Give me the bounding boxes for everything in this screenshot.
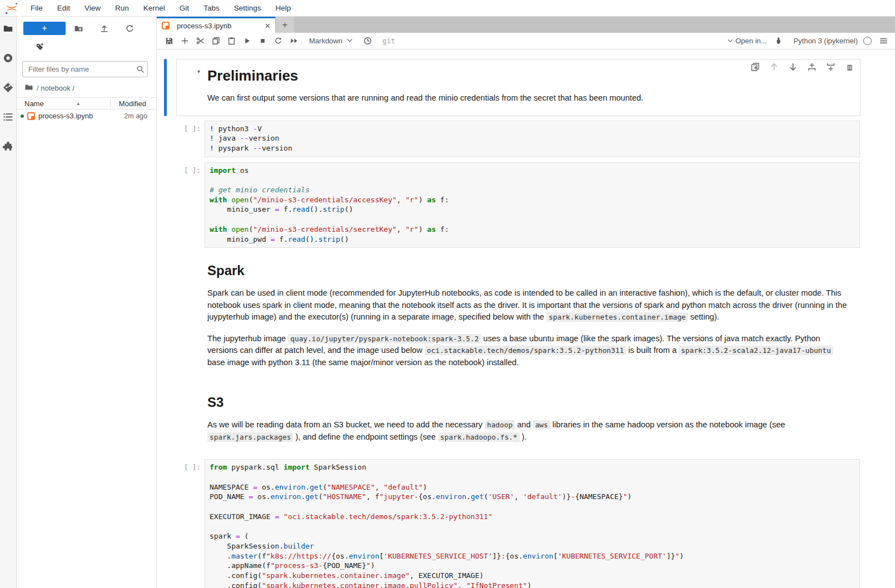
table-of-contents-icon[interactable] <box>3 112 14 123</box>
stop-icon[interactable] <box>255 34 270 48</box>
save-icon[interactable] <box>161 34 177 48</box>
file-name: process-s3.ipynb <box>38 112 113 120</box>
run-icon[interactable] <box>239 34 255 48</box>
breadcrumb[interactable]: / notebook / <box>17 79 156 97</box>
code-line: with open("/minio-s3-credentials/accessK… <box>210 195 855 205</box>
bug-icon[interactable] <box>772 34 784 48</box>
move-down-icon[interactable] <box>788 62 798 72</box>
column-header-modified[interactable]: Modified <box>111 99 156 108</box>
folder-icon[interactable] <box>3 23 14 34</box>
breadcrumb-path[interactable]: / notebook / <box>37 84 74 92</box>
markdown-paragraph: As we will be reading data from an S3 bu… <box>207 419 852 443</box>
running-sessions-icon[interactable] <box>3 53 14 64</box>
insert-above-icon[interactable] <box>807 62 817 72</box>
new-tab-button[interactable]: + <box>275 17 294 33</box>
cell-selection-bar <box>164 252 167 380</box>
cell-selection-bar <box>164 59 167 116</box>
delete-cell-icon[interactable] <box>845 62 854 72</box>
markdown-cell[interactable]: ▾PreliminariesWe can first output some v… <box>164 59 861 116</box>
code-cell[interactable]: [ ]:from pyspark.sql import SparkSession… <box>164 459 861 588</box>
add-cell-icon[interactable] <box>177 34 192 48</box>
menu-item-view[interactable]: View <box>77 0 108 17</box>
tag-plus-icon[interactable] <box>36 43 44 53</box>
notebook-icon <box>27 112 35 120</box>
notebook-area: ▾PreliminariesWe can first output some v… <box>157 49 895 588</box>
clock-icon[interactable] <box>360 34 376 48</box>
code-line: .appName(f"process-s3-{POD_NAME}") <box>210 561 855 571</box>
move-up-icon[interactable] <box>769 62 779 72</box>
code-line: EXECUTOR_IMAGE = "oci.stackable.tech/dem… <box>210 512 855 522</box>
menu-item-settings[interactable]: Settings <box>227 0 268 17</box>
menu-item-help[interactable]: Help <box>268 0 298 17</box>
code-editor[interactable]: from pyspark.sql import SparkSession NAM… <box>205 459 860 588</box>
code-line <box>210 502 855 512</box>
cut-icon[interactable] <box>192 34 208 48</box>
insert-below-icon[interactable] <box>826 62 836 72</box>
hamburger-icon[interactable] <box>877 34 889 48</box>
menu-item-run[interactable]: Run <box>108 0 136 17</box>
markdown-paragraph: The jupyterhub image quay.io/jupyter/pys… <box>207 333 852 369</box>
kernel-name[interactable]: Python 3 (ipykernel) <box>793 37 858 45</box>
filter-files-input[interactable] <box>22 61 148 77</box>
code-line: POD_NAME = os.environ.get("HOSTNAME", f"… <box>210 492 855 502</box>
run-all-icon[interactable] <box>286 34 301 48</box>
code-line: NAMESPACE = os.environ.get("NAMESPACE", … <box>210 482 855 492</box>
jupyter-logo <box>4 2 19 15</box>
close-icon[interactable]: ✕ <box>265 22 271 30</box>
cell-toolbar <box>750 62 854 72</box>
column-header-name[interactable]: Name ▲ <box>17 99 110 108</box>
git-icon[interactable] <box>3 82 14 93</box>
paste-icon[interactable] <box>223 34 239 48</box>
inline-code: spark.jars.packages <box>207 432 293 442</box>
menu-item-kernel[interactable]: Kernel <box>136 0 172 17</box>
code-line: # get minio credentials <box>210 185 855 195</box>
cell-gutter: [ ]: <box>177 121 205 157</box>
code-cell[interactable]: [ ]:import os # get minio credentialswit… <box>164 162 861 249</box>
file-modified: 2m ago <box>113 112 156 120</box>
copy-icon[interactable] <box>208 34 223 48</box>
open-in-dropdown[interactable]: Open in... <box>728 37 767 45</box>
file-browser-panel: + / notebook / Name ▲ Modified process-s… <box>17 17 157 588</box>
code-line: with open("/minio-s3-credentials/secretK… <box>210 225 855 235</box>
menu-items: FileEditViewRunKernelGitTabsSettingsHelp <box>23 0 298 17</box>
extensions-icon[interactable] <box>3 141 14 152</box>
menu-item-edit[interactable]: Edit <box>50 0 77 17</box>
cell-gutter: [ ]: <box>177 459 205 588</box>
menu-item-file[interactable]: File <box>23 0 50 17</box>
menu-bar: FileEditViewRunKernelGitTabsSettingsHelp <box>0 0 895 17</box>
code-line <box>210 521 855 531</box>
code-editor[interactable]: ! python3 -V! java --version! pyspark --… <box>205 121 860 157</box>
code-cell[interactable]: [ ]:! python3 -V! java --version! pyspar… <box>164 120 861 158</box>
code-line: ! java --version <box>210 133 855 143</box>
new-folder-icon[interactable] <box>66 22 91 34</box>
cell-gutter: [ ]: <box>177 162 205 248</box>
notebook-icon <box>162 22 170 29</box>
markdown-cell[interactable]: SparkSpark can be used in client mode (r… <box>164 252 861 380</box>
markdown-cell[interactable]: S3As we will be reading data from an S3 … <box>164 384 861 455</box>
code-line: import os <box>210 166 855 176</box>
markdown-heading: Spark <box>207 263 857 278</box>
new-launcher-button[interactable]: + <box>23 22 66 35</box>
kernel-idle-circle[interactable] <box>863 37 872 45</box>
code-editor[interactable]: import os # get minio credentialswith op… <box>205 162 860 248</box>
markdown-paragraph: We can first output some versions that a… <box>207 92 852 104</box>
code-line: minio_pwd = f.read().strip() <box>210 235 855 245</box>
cell-type-dropdown[interactable]: Markdown <box>309 37 352 45</box>
activity-bar <box>0 17 17 588</box>
cell-selection-bar <box>164 120 167 158</box>
code-line <box>210 472 855 482</box>
refresh-icon[interactable] <box>117 22 142 34</box>
execution-prompt: [ ]: <box>184 463 201 471</box>
duplicate-cell-icon[interactable] <box>750 62 760 72</box>
menu-item-git[interactable]: Git <box>172 0 196 17</box>
cell-selection-bar <box>164 384 167 455</box>
inline-code: spark:3.5.2-scala2.12-java17-ubuntu <box>679 346 833 355</box>
restart-icon[interactable] <box>270 34 286 48</box>
menu-item-tabs[interactable]: Tabs <box>196 0 227 17</box>
unsaved-dot <box>21 114 24 118</box>
upload-icon[interactable] <box>91 22 117 34</box>
heading-collapser-icon[interactable]: ▾ <box>197 68 200 74</box>
chevron-down-icon <box>728 37 733 45</box>
tab-process-s3[interactable]: process-s3.ipynb ✕ <box>157 17 275 33</box>
file-row[interactable]: process-s3.ipynb2m ago <box>17 109 156 122</box>
